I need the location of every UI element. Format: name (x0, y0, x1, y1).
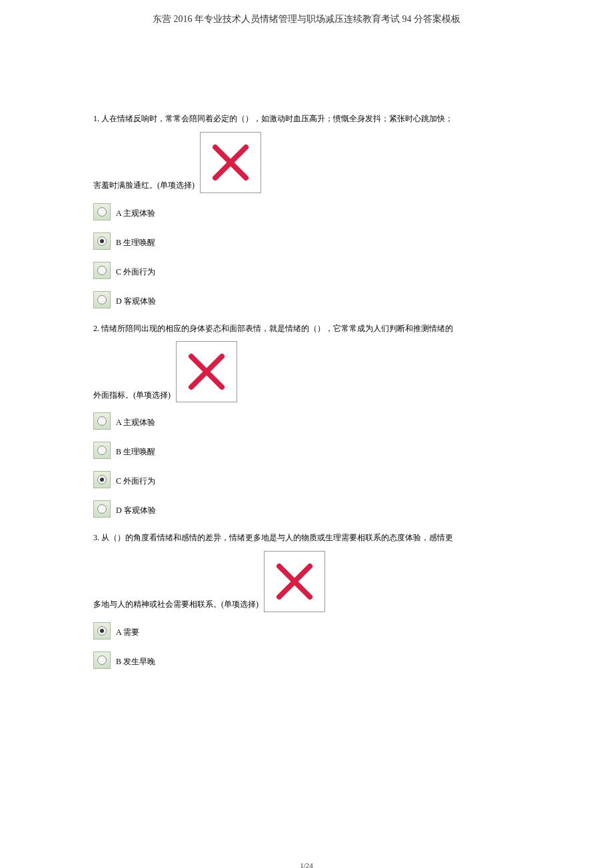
option-label: A 主观体验 (116, 417, 155, 430)
option-a: A 主观体验 (93, 412, 520, 430)
question-number: 1. (93, 114, 99, 123)
radio-button[interactable] (93, 203, 111, 220)
wrong-mark-icon (200, 132, 261, 193)
radio-button[interactable] (93, 412, 111, 430)
question-2: 2. 情绪所陪同出现的相应的身体姿态和面部表情，就是情绪的（），它常常成为人们判… (93, 322, 520, 518)
question-text: 2. 情绪所陪同出现的相应的身体姿态和面部表情，就是情绪的（），它常常成为人们判… (93, 322, 520, 336)
question-text-line2: 害羞时满脸通红。(单项选择) (93, 132, 520, 193)
question-1: 1. 人在情绪反响时，常常会陪同着必定的（），如激动时血压高升；愤慨全身发抖；紧… (93, 112, 520, 308)
option-a: A 主观体验 (93, 203, 520, 220)
option-b: B 发生早晚 (93, 651, 520, 669)
option-label: A 需要 (116, 627, 139, 640)
question-3: 3. 从（）的角度看情绪和感情的差异，情绪更多地是与人的物质或生理需要相联系的态… (93, 531, 520, 669)
radio-button[interactable] (93, 291, 111, 308)
question-number: 2. (93, 324, 99, 333)
question-text-line2: 多地与人的精神或社会需要相联系。(单项选择) (93, 551, 520, 612)
question-line2: 害羞时满脸通红。(单项选择) (93, 179, 195, 193)
question-line1: 人在情绪反响时，常常会陪同着必定的（），如激动时血压高升；愤慨全身发抖；紧张时心… (101, 114, 453, 123)
radio-button[interactable] (93, 262, 111, 279)
option-label: B 生理唤醒 (116, 446, 155, 459)
radio-button[interactable] (93, 471, 111, 488)
question-text-line2: 外面指标。(单项选择) (93, 341, 520, 402)
question-text: 3. 从（）的角度看情绪和感情的差异，情绪更多地是与人的物质或生理需要相联系的态… (93, 531, 520, 546)
option-a: A 需要 (93, 622, 520, 640)
option-d: D 客观体验 (93, 291, 520, 308)
wrong-mark-icon (264, 551, 325, 612)
question-line1: 从（）的角度看情绪和感情的差异，情绪更多地是与人的物质或生理需要相联系的态度体验… (101, 533, 453, 542)
option-c: C 外面行为 (93, 471, 520, 488)
question-line2: 外面指标。(单项选择) (93, 388, 171, 403)
option-label: B 生理唤醒 (116, 237, 155, 250)
radio-button[interactable] (93, 622, 111, 640)
question-line1: 情绪所陪同出现的相应的身体姿态和面部表情，就是情绪的（），它常常成为人们判断和推… (101, 324, 453, 333)
question-line2: 多地与人的精神或社会需要相联系。(单项选择) (93, 598, 259, 612)
option-label: B 发生早晚 (116, 656, 155, 669)
page-number: 1/24 (0, 861, 613, 868)
options-list: A 主观体验 B 生理唤醒 C 外面行为 D 客观体验 (93, 203, 520, 308)
radio-button[interactable] (93, 500, 111, 518)
option-b: B 生理唤醒 (93, 442, 520, 459)
option-label: C 外面行为 (116, 266, 155, 279)
wrong-mark-icon (176, 341, 237, 402)
option-label: D 客观体验 (116, 505, 156, 518)
question-text: 1. 人在情绪反响时，常常会陪同着必定的（），如激动时血压高升；愤慨全身发抖；紧… (93, 112, 520, 127)
option-label: C 外面行为 (116, 476, 155, 488)
option-d: D 客观体验 (93, 500, 520, 518)
question-number: 3. (93, 533, 99, 542)
option-label: A 主观体验 (116, 208, 155, 220)
radio-button[interactable] (93, 232, 111, 250)
radio-button[interactable] (93, 651, 111, 669)
option-c: C 外面行为 (93, 262, 520, 279)
option-label: D 客观体验 (116, 296, 156, 308)
radio-button[interactable] (93, 442, 111, 459)
page-title: 东营 2016 年专业技术人员情绪管理与职场减压连续教育考试 94 分答案模板 (93, 13, 520, 25)
page-container: 东营 2016 年专业技术人员情绪管理与职场减压连续教育考试 94 分答案模板 … (0, 0, 613, 868)
options-list: A 主观体验 B 生理唤醒 C 外面行为 D 客观体验 (93, 412, 520, 518)
options-list: A 需要 B 发生早晚 (93, 622, 520, 669)
option-b: B 生理唤醒 (93, 232, 520, 250)
